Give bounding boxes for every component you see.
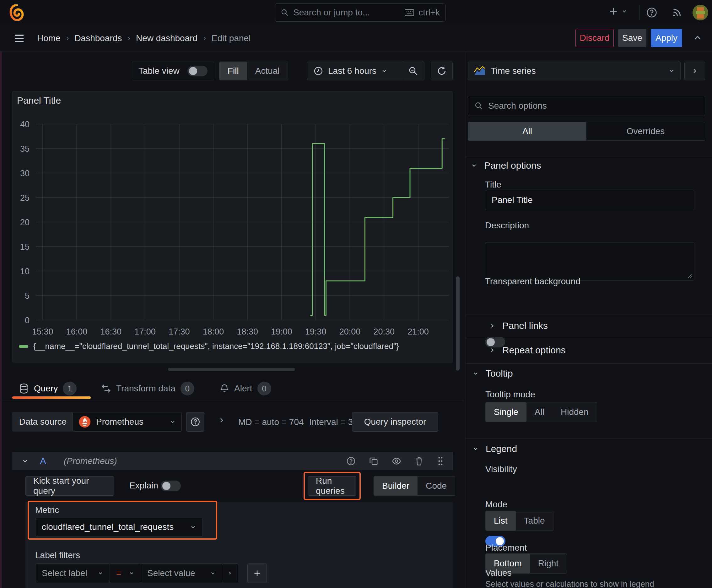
panel-options-section[interactable]: Panel options <box>471 160 541 171</box>
discard-button[interactable]: Discard <box>576 29 614 47</box>
hamburger-menu-icon[interactable] <box>14 34 24 43</box>
metric-select[interactable]: cloudflared_tunnel_total_requests <box>35 518 203 537</box>
breadcrumb-dashboards[interactable]: Dashboards <box>74 33 122 43</box>
kick-start-query-button[interactable]: Kick start your query <box>25 476 114 496</box>
close-icon <box>229 570 232 577</box>
chart-panel[interactable]: Panel Title 051015202530354015:3016:0016… <box>12 91 453 362</box>
hide-response-icon[interactable] <box>391 456 402 466</box>
time-picker-group: Last 6 hours <box>307 62 425 80</box>
time-series-chart[interactable]: 051015202530354015:3016:0016:3017:0017:3… <box>13 110 453 338</box>
query-inspector-button[interactable]: Query inspector <box>352 412 438 432</box>
tab-alert[interactable]: Alert 0 <box>220 379 271 398</box>
panel-links-title: Panel links <box>502 320 548 331</box>
add-menu-button[interactable] <box>608 6 627 16</box>
visibility-label: Visibility <box>486 464 517 474</box>
datasource-help-button[interactable] <box>186 412 204 432</box>
add-filter-button[interactable] <box>247 564 267 583</box>
chevron-down-icon <box>473 446 479 452</box>
scrollbar-thumb[interactable] <box>456 276 459 371</box>
options-search-input[interactable]: Search options <box>468 96 705 116</box>
run-queries-button[interactable]: Run queries <box>308 476 356 496</box>
tab-query[interactable]: Query 1 <box>19 379 77 398</box>
prometheus-icon <box>79 416 91 428</box>
section-divider <box>466 439 712 439</box>
chevron-down-icon <box>210 570 216 576</box>
placement-right-option[interactable]: Right <box>530 554 567 573</box>
legend-section[interactable]: Legend <box>473 443 517 454</box>
query-options-stats[interactable]: MD = auto = 704 <box>238 417 304 427</box>
section-divider <box>466 314 712 314</box>
select-value-dropdown[interactable]: Select value <box>141 564 222 583</box>
operator-dropdown[interactable]: = <box>110 564 141 583</box>
display-mode-group: Fill Actual <box>219 62 288 80</box>
datasource-picker[interactable]: Prometheus <box>72 412 182 432</box>
select-label-placeholder: Select label <box>42 568 87 578</box>
x-tick-label: 19:30 <box>305 327 326 336</box>
legend-list-option[interactable]: List <box>486 511 516 530</box>
global-search-input[interactable]: Search or jump to... ctrl+k <box>275 3 446 22</box>
query-help-icon[interactable] <box>346 456 356 466</box>
metric-label: Metric <box>35 505 59 515</box>
tooltip-single-option[interactable]: Single <box>486 402 526 422</box>
toggle-viz-picker-button[interactable] <box>684 62 705 80</box>
panel-title-input[interactable]: Panel Title <box>485 190 694 210</box>
breadcrumb-separator: › <box>61 33 75 43</box>
chevron-right-icon <box>691 67 698 75</box>
builder-option[interactable]: Builder <box>374 477 417 495</box>
description-field-label: Description <box>485 220 529 231</box>
resize-grip-icon[interactable] <box>687 273 692 278</box>
query-row-header[interactable]: A (Prometheus) <box>12 452 453 470</box>
query-ref-id[interactable]: A <box>40 456 46 466</box>
tooltip-all-option[interactable]: All <box>526 402 553 422</box>
chevron-right-icon[interactable] <box>218 417 225 424</box>
breadcrumb-home[interactable]: Home <box>37 33 61 43</box>
tab-alert-badge: 0 <box>257 382 271 396</box>
breadcrumb-new-dashboard[interactable]: New dashboard <box>136 33 197 43</box>
zoom-out-button[interactable] <box>402 62 424 80</box>
table-view-toggle[interactable] <box>188 66 208 76</box>
values-helper-text: Select values or calculations to show in… <box>486 579 654 588</box>
tab-alert-label: Alert <box>234 383 253 394</box>
time-range-button[interactable]: Last 6 hours <box>307 66 402 76</box>
fill-option[interactable]: Fill <box>219 62 247 80</box>
help-button[interactable] <box>646 7 657 18</box>
tab-all[interactable]: All <box>468 122 586 141</box>
section-divider <box>466 363 712 364</box>
save-button[interactable]: Save <box>618 29 646 47</box>
repeat-options-section[interactable]: Repeat options <box>489 345 566 356</box>
label-filters-label: Label filters <box>35 550 80 560</box>
refresh-button[interactable] <box>431 62 453 80</box>
news-icon[interactable] <box>671 7 683 18</box>
visualization-picker[interactable]: Time series <box>468 62 681 80</box>
code-option[interactable]: Code <box>417 477 455 495</box>
search-icon <box>281 8 289 17</box>
tab-transform-data[interactable]: Transform data 0 <box>101 379 194 398</box>
x-tick-label: 16:00 <box>66 327 88 336</box>
series-line <box>310 139 445 315</box>
options-tab-group: All Overrides <box>468 122 705 141</box>
explain-toggle[interactable] <box>161 481 181 491</box>
avatar[interactable] <box>693 5 708 20</box>
collapse-query-icon[interactable] <box>22 458 28 465</box>
description-textarea[interactable] <box>485 242 694 280</box>
legend-table-option[interactable]: Table <box>516 511 553 530</box>
grafana-logo[interactable] <box>9 4 24 21</box>
tab-overrides[interactable]: Overrides <box>586 122 705 141</box>
remove-query-icon[interactable] <box>415 456 424 466</box>
pane-resize-handle[interactable] <box>168 368 295 371</box>
chevron-up-icon[interactable] <box>693 33 703 43</box>
section-divider <box>466 156 712 156</box>
legend-series-label[interactable]: {__name__="cloudflared_tunnel_total_requ… <box>33 341 399 351</box>
tooltip-hidden-option[interactable]: Hidden <box>553 402 597 422</box>
chart-legend[interactable]: {__name__="cloudflared_tunnel_total_requ… <box>19 341 399 351</box>
select-label-dropdown[interactable]: Select label <box>35 564 110 583</box>
panel-links-section[interactable]: Panel links <box>489 320 548 331</box>
remove-filter-button[interactable] <box>222 564 238 583</box>
tooltip-title: Tooltip <box>486 368 513 379</box>
drag-handle-icon[interactable] <box>437 456 444 466</box>
actual-option[interactable]: Actual <box>247 62 288 80</box>
duplicate-query-icon[interactable] <box>369 456 378 466</box>
tooltip-section[interactable]: Tooltip <box>473 368 513 379</box>
apply-button[interactable]: Apply <box>651 29 682 47</box>
legend-series-swatch[interactable] <box>19 345 28 348</box>
